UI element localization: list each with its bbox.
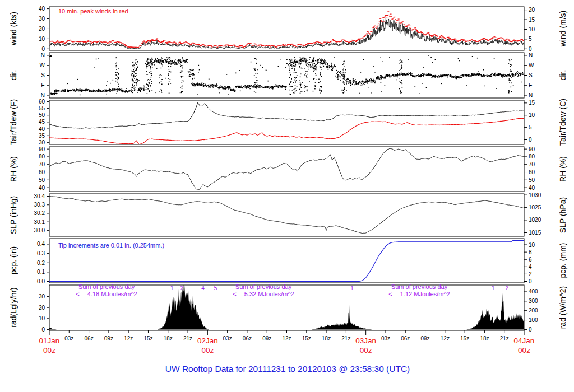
svg-text:W: W — [40, 62, 45, 68]
svg-text:50: 50 — [529, 177, 535, 183]
rad-sum-value: <--- 5.32 MJoules/m^2 — [201, 291, 326, 298]
svg-text:15: 15 — [529, 17, 535, 23]
svg-text:E: E — [529, 82, 533, 88]
axis-label-slp-left: SLP (inHg) — [9, 196, 18, 234]
svg-text:200: 200 — [529, 307, 538, 314]
svg-text:55: 55 — [39, 105, 45, 111]
svg-text:20: 20 — [39, 26, 45, 32]
svg-text:1015: 1015 — [529, 230, 541, 236]
svg-text:00z: 00z — [43, 346, 55, 354]
svg-text:70: 70 — [529, 161, 535, 167]
svg-text:8: 8 — [529, 249, 532, 255]
svg-text:1: 1 — [492, 285, 495, 291]
svg-text:03z: 03z — [64, 335, 73, 342]
axis-label-rh-right: RH (%) — [558, 156, 567, 182]
svg-text:0: 0 — [529, 46, 532, 52]
axis-label-rad-right: rad (W/m^2) — [558, 286, 567, 329]
svg-text:90: 90 — [529, 146, 535, 152]
svg-text:06z: 06z — [401, 335, 410, 342]
svg-text:21z: 21z — [500, 335, 509, 342]
svg-text:80: 80 — [39, 153, 45, 160]
axis-label-dir-right: dir. — [558, 70, 567, 81]
svg-text:4: 4 — [529, 264, 532, 270]
svg-text:10: 10 — [39, 36, 45, 42]
svg-text:5: 5 — [529, 36, 532, 42]
svg-text:12z: 12z — [124, 335, 133, 342]
svg-text:06z: 06z — [85, 335, 94, 342]
rad-sum-title: Sum of previous day — [357, 283, 482, 291]
svg-text:400: 400 — [529, 288, 538, 295]
svg-text:12z: 12z — [282, 335, 291, 342]
svg-text:300: 300 — [529, 298, 538, 304]
svg-text:09z: 09z — [262, 335, 271, 342]
svg-text:6: 6 — [529, 256, 532, 263]
svg-text:0.1: 0.1 — [37, 269, 45, 275]
panel-tair — [49, 100, 524, 144]
rad-sum-value: <--- 4.18 MJoules/m^2 — [44, 291, 169, 298]
svg-text:03z: 03z — [223, 335, 232, 342]
svg-text:1: 1 — [350, 285, 354, 291]
svg-text:N: N — [41, 52, 45, 58]
svg-text:1025: 1025 — [529, 204, 541, 211]
svg-text:80: 80 — [529, 153, 535, 160]
axis-label-tair-right: Tair/Tdew (C) — [558, 99, 567, 146]
svg-text:30.4: 30.4 — [34, 193, 45, 199]
svg-text:90: 90 — [39, 146, 45, 152]
svg-text:15z: 15z — [302, 335, 311, 342]
svg-text:06z: 06z — [243, 335, 252, 342]
svg-text:18z: 18z — [480, 335, 489, 342]
rad-sum-value: <--- 1.12 MJoules/m^2 — [357, 291, 482, 298]
rad-sum-title: Sum of previous day — [44, 283, 169, 291]
svg-text:50: 50 — [39, 112, 45, 118]
svg-text:20: 20 — [529, 7, 535, 13]
svg-text:S: S — [41, 72, 45, 78]
svg-text:40: 40 — [39, 185, 45, 191]
svg-text:09z: 09z — [104, 335, 113, 342]
svg-text:1: 1 — [170, 285, 174, 291]
axis-label-tair-left: Tair/Tdew (F) — [9, 99, 18, 145]
svg-text:15: 15 — [529, 100, 535, 106]
svg-text:1030: 1030 — [529, 192, 541, 198]
axis-label-pcp-right: pcp. (mm) — [558, 243, 567, 278]
svg-text:30: 30 — [39, 16, 45, 22]
wind-peak-note: 10 min. peak winds in red — [58, 8, 128, 15]
svg-text:10: 10 — [529, 26, 535, 32]
chart-title: UW Rooftop Data for 20111231 to 20120103… — [165, 364, 410, 374]
svg-text:04Jan: 04Jan — [514, 337, 535, 345]
svg-text:2: 2 — [506, 285, 509, 291]
svg-text:40: 40 — [529, 185, 535, 191]
svg-text:21z: 21z — [183, 335, 192, 342]
rad-sum-annotation-day1: Sum of previous day <--- 4.18 MJoules/m^… — [44, 283, 169, 298]
svg-text:30.1: 30.1 — [34, 219, 45, 225]
svg-text:0: 0 — [41, 326, 45, 333]
svg-text:21z: 21z — [341, 335, 350, 342]
svg-text:15z: 15z — [460, 335, 469, 342]
svg-text:00z: 00z — [360, 346, 372, 354]
svg-text:70: 70 — [39, 161, 45, 167]
svg-text:0: 0 — [529, 326, 532, 333]
rad-sum-annotation-day2: Sum of previous day <--- 5.32 MJoules/m^… — [201, 283, 326, 298]
svg-text:03z: 03z — [381, 335, 390, 342]
axis-label-rad-left: rad(Lgly/hr) — [9, 287, 18, 328]
svg-text:E: E — [41, 82, 45, 88]
svg-text:00z: 00z — [201, 346, 214, 354]
svg-text:10: 10 — [529, 242, 535, 248]
svg-text:30.0: 30.0 — [34, 227, 45, 234]
svg-text:01Jan: 01Jan — [39, 337, 60, 345]
svg-text:2: 2 — [180, 285, 184, 291]
svg-text:18z: 18z — [164, 335, 173, 342]
axis-label-pcp-left: pcp. (in) — [9, 246, 18, 275]
svg-text:0: 0 — [529, 278, 532, 284]
svg-text:0: 0 — [529, 137, 532, 143]
panel-slp — [49, 194, 524, 236]
svg-text:00z: 00z — [518, 346, 530, 354]
svg-text:N: N — [529, 52, 533, 58]
svg-text:N: N — [41, 92, 45, 99]
svg-text:100: 100 — [529, 317, 538, 323]
svg-text:N: N — [529, 92, 533, 99]
svg-text:40: 40 — [39, 126, 45, 132]
svg-text:W: W — [529, 62, 534, 68]
rad-sum-title: Sum of previous day — [201, 283, 326, 291]
rad-sum-annotation-day3: Sum of previous day <--- 1.12 MJoules/m^… — [357, 283, 482, 298]
svg-text:0.3: 0.3 — [37, 250, 45, 256]
